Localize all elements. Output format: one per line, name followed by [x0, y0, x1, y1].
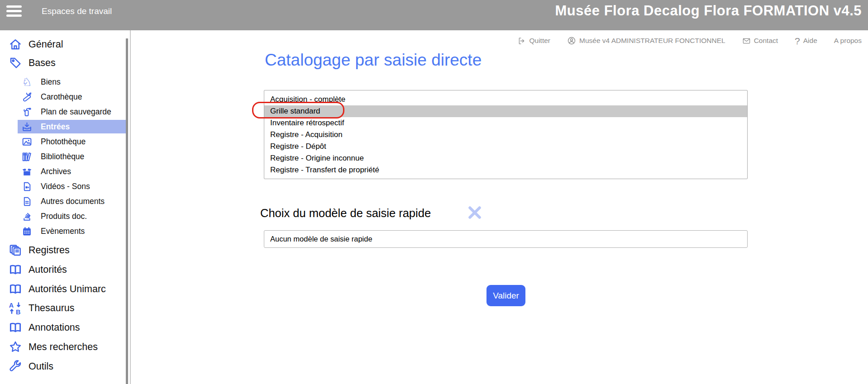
grid-option-selected[interactable]: Grille standard [264, 105, 747, 117]
home-icon [8, 37, 23, 52]
sidebar-item-autres-documents[interactable]: Autres documents [21, 194, 105, 208]
user-circle-icon [567, 36, 576, 45]
quick-entry-section-title: Choix du modèle de saisie rapide [260, 207, 431, 220]
sidebar-item-thesaurus[interactable]: AB Thesaurus [8, 301, 75, 315]
svg-text:B: B [16, 308, 20, 315]
sidebar-item-videos-sons[interactable]: Vidéos - Sons [21, 180, 90, 193]
user-account[interactable]: Musée v4 ADMINISTRATEUR FONCTIONNEL [567, 36, 725, 45]
sidebar-item-annotations[interactable]: Annotations [8, 321, 80, 334]
grid-option[interactable]: Registre - Acquisition [264, 129, 747, 141]
open-box-icon [21, 166, 33, 177]
sidebar-item-entrees[interactable]: Entrées [18, 120, 128, 133]
grid-option[interactable]: Registre - Transfert de propriété [264, 164, 747, 176]
grid-option[interactable]: Acquisition - complète [264, 94, 747, 105]
valider-button[interactable]: Valider [486, 285, 525, 306]
sidebar-item-bases[interactable]: Bases [8, 56, 56, 70]
userbar: Quitter Musée v4 ADMINISTRATEUR FONCTION… [517, 34, 862, 47]
open-book-icon [8, 282, 23, 296]
sidebar-item-bibliotheque[interactable]: Bibliothèque [21, 150, 84, 163]
video-file-icon [21, 181, 33, 192]
grid-option[interactable]: Registre - Dépôt [264, 141, 747, 152]
star-icon [8, 340, 23, 354]
svg-text:A: A [9, 302, 14, 309]
sidebar-item-plan-de-sauvegarde[interactable]: Plan de sauvegarde [21, 105, 111, 119]
sidebar-item-outils[interactable]: Outils [8, 360, 53, 373]
grid-option[interactable]: Registre - Origine inconnue [264, 152, 747, 164]
sidebar-scrollbar-track [130, 30, 131, 384]
open-book-icon [8, 262, 23, 277]
sidebar-item-autorites-unimarc[interactable]: Autorités Unimarc [8, 282, 106, 296]
sidebar: Général Bases ♘ Biens Carothèque Plan de… [0, 30, 131, 384]
sidebar-item-evenements[interactable]: Evènements [21, 224, 85, 238]
image-icon [21, 136, 33, 147]
inbox-download-icon [21, 121, 33, 133]
sidebar-item-mes-recherches[interactable]: Mes recherches [8, 340, 98, 354]
logout-icon [517, 37, 526, 45]
sidebar-item-carotheque[interactable]: Carothèque [21, 90, 82, 104]
page-title: Catalogage par saisie directe [265, 51, 482, 70]
open-book-icon [8, 320, 23, 335]
contact-link[interactable]: Contact [742, 37, 778, 45]
workspace-label: Espaces de travail [42, 6, 112, 16]
fire-extinguisher-icon [21, 106, 33, 118]
entry-grid-listbox[interactable]: Acquisition - complète Grille standard I… [264, 90, 748, 179]
sidebar-scrollbar-thumb[interactable] [126, 38, 128, 384]
quick-model-select[interactable]: Aucun modèle de saisie rapide [264, 230, 748, 248]
wrench-icon [8, 359, 23, 374]
a-propos-link[interactable]: A propos [834, 37, 862, 45]
sidebar-item-registres[interactable]: Registres [8, 243, 70, 257]
topbar: Espaces de travail Musée Flora Decalog F… [0, 0, 868, 30]
registers-icon [8, 243, 23, 257]
books-icon [21, 151, 33, 162]
app-title: Musée Flora Decalog Flora FORMATION v4.5 [555, 3, 862, 19]
tag-icon [8, 56, 23, 70]
sidebar-item-phototheque[interactable]: Photothèque [21, 135, 86, 148]
sidebar-item-produits-doc[interactable]: Produits doc. [21, 209, 87, 223]
document-icon [21, 196, 33, 207]
calendar-icon [21, 226, 33, 237]
sort-alpha-icon: AB [8, 301, 23, 315]
quitter-link[interactable]: Quitter [517, 37, 550, 45]
hamburger-menu-icon[interactable] [6, 5, 23, 18]
aide-link[interactable]: ? Aide [795, 36, 817, 46]
sidebar-item-general[interactable]: Général [8, 38, 63, 51]
sidebar-item-biens[interactable]: ♘ Biens [21, 75, 61, 89]
question-mark-icon: ? [795, 36, 800, 46]
envelope-icon [742, 37, 751, 45]
chess-knight-icon: ♘ [21, 76, 33, 88]
sidebar-item-autorites[interactable]: Autorités [8, 263, 67, 276]
sidebar-item-archives[interactable]: Archives [21, 165, 71, 178]
paper-stack-icon [21, 211, 33, 222]
clear-selection-x-icon[interactable] [467, 205, 482, 220]
carrot-icon [21, 91, 33, 103]
grid-option[interactable]: Inventaire rétrospectif [264, 117, 747, 129]
main-content: Quitter Musée v4 ADMINISTRATEUR FONCTION… [131, 30, 868, 384]
